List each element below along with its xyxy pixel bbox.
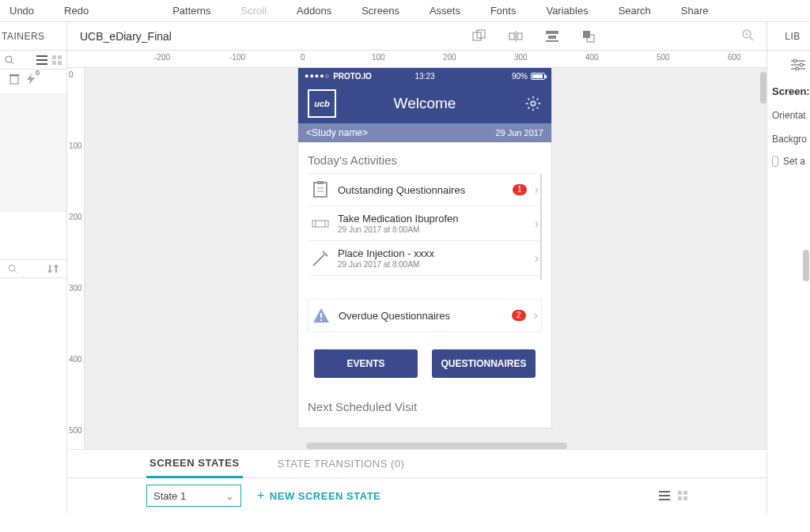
- tab-screen-states[interactable]: SCREEN STATES: [146, 450, 243, 478]
- grid-view-icon[interactable]: [678, 491, 687, 500]
- ruler-tick: 500: [657, 53, 670, 62]
- distribute-icon[interactable]: [509, 29, 523, 43]
- list-view-icon[interactable]: [659, 491, 670, 500]
- list-item[interactable]: Outstanding Questionnaires 1 ›: [308, 174, 542, 206]
- ruler-tick: 0: [301, 53, 305, 62]
- containers-panel-header: TAINERS: [0, 22, 67, 50]
- menu-share[interactable]: Share: [681, 5, 709, 17]
- trash-icon[interactable]: [9, 74, 19, 85]
- list-item[interactable]: Place Injection - xxxx29 Jun 2017 at 8:0…: [308, 241, 542, 276]
- stage[interactable]: ●●●●○ PROTO.IO 13:23 90% ucb Welcome: [85, 68, 766, 449]
- statusbar-time: 13:23: [414, 72, 434, 81]
- svg-line-40: [315, 255, 324, 264]
- menu-patterns[interactable]: Patterns: [172, 5, 210, 17]
- svg-rect-3: [517, 33, 522, 40]
- sliders-icon[interactable]: [772, 55, 805, 74]
- page-title: Welcome: [394, 95, 456, 112]
- new-screen-state-button[interactable]: + NEW SCREEN STATE: [257, 489, 380, 503]
- toolbar: TAINERS UCB_eDiary_Final LIB: [0, 22, 810, 51]
- todays-activities-title: Today's Activities: [308, 153, 542, 167]
- activities-list[interactable]: Outstanding Questionnaires 1 › Take Medi…: [308, 173, 542, 280]
- prop-set-as-checkbox[interactable]: Set a: [772, 156, 805, 167]
- canvas-scrollbar-horizontal[interactable]: [306, 443, 567, 449]
- grid-view-icon[interactable]: [52, 55, 62, 65]
- signal-dots-icon: ●●●●○: [305, 72, 330, 80]
- list-view-icon[interactable]: [36, 55, 47, 65]
- svg-point-55: [793, 59, 797, 62]
- ruler-tick: 0: [69, 70, 74, 79]
- canvas-scrollbar-vertical[interactable]: [760, 72, 766, 104]
- chevron-right-icon: ›: [535, 217, 539, 231]
- svg-rect-22: [58, 61, 62, 65]
- sidebar-item-selected[interactable]: [0, 93, 66, 212]
- menu-fonts[interactable]: Fonts: [490, 5, 517, 17]
- item-subtitle: 29 Jun 2017 at 8:00AM: [338, 260, 527, 269]
- questionnaire-icon: [311, 180, 330, 199]
- project-title[interactable]: UCB_eDiary_Final: [67, 22, 301, 50]
- zoom-icon[interactable]: [742, 29, 755, 42]
- svg-line-27: [14, 270, 17, 273]
- overdue-box[interactable]: Overdue Questionnaires 2 ›: [308, 299, 542, 332]
- svg-rect-7: [546, 40, 558, 42]
- item-title: Outstanding Questionnaires: [338, 184, 505, 196]
- events-button[interactable]: EVENTS: [314, 349, 418, 378]
- group-align-icon[interactable]: [472, 29, 486, 43]
- search-icon[interactable]: [5, 55, 14, 65]
- study-strip: <Study name> 29 Jun 2017: [298, 123, 551, 142]
- svg-rect-51: [683, 491, 687, 495]
- svg-rect-52: [678, 496, 682, 500]
- phone-body: Today's Activities Outstanding Questionn…: [298, 142, 551, 428]
- svg-marker-29: [47, 270, 52, 274]
- svg-rect-20: [58, 55, 62, 59]
- menu-variables[interactable]: Variables: [546, 5, 588, 17]
- svg-rect-6: [548, 36, 556, 39]
- carrier-label: PROTO.IO: [333, 72, 372, 81]
- state-select[interactable]: State 1 ⌄: [146, 485, 241, 507]
- overdue-title: Overdue Questionnaires: [339, 310, 504, 322]
- svg-rect-17: [36, 59, 47, 61]
- ruler-tick: 300: [514, 53, 528, 62]
- svg-rect-18: [36, 63, 47, 65]
- questionnaires-button[interactable]: QUESTIONNAIRES: [432, 349, 536, 378]
- list-item[interactable]: Take Medication Ibuprofen29 Jun 2017 at …: [308, 206, 542, 241]
- bolt-icon[interactable]: 0: [27, 74, 35, 85]
- chevron-right-icon: ›: [535, 251, 539, 266]
- menu-screens[interactable]: Screens: [361, 5, 399, 17]
- view-toggles: [659, 491, 687, 500]
- svg-rect-21: [52, 61, 56, 65]
- device-frame[interactable]: ●●●●○ PROTO.IO 13:23 90% ucb Welcome: [298, 68, 551, 428]
- top-menu: Undo Redo Patterns Scroll Addons Screens…: [0, 0, 810, 22]
- ruler-tick: 300: [69, 284, 82, 292]
- prop-orientation-label: Orientat: [772, 110, 805, 121]
- injection-icon: [311, 249, 330, 268]
- svg-point-14: [6, 56, 12, 62]
- sort-icon[interactable]: [47, 264, 59, 274]
- tab-state-transitions[interactable]: STATE TRANSITIONS (0): [274, 451, 408, 477]
- menu-scroll: Scroll: [241, 5, 267, 17]
- ruler-tick: 400: [585, 53, 599, 62]
- menu-addons[interactable]: Addons: [297, 5, 331, 17]
- checkbox-icon: [772, 156, 778, 167]
- ruler-tick: 600: [728, 53, 741, 62]
- list-item[interactable]: Measure Grip Strength ›: [308, 276, 542, 280]
- count-badge: 2: [512, 310, 526, 321]
- menu-undo[interactable]: Undo: [9, 5, 34, 17]
- panel-scrollbar[interactable]: [803, 250, 809, 281]
- chevron-right-icon: ›: [535, 183, 539, 197]
- menu-assets[interactable]: Assets: [430, 5, 460, 17]
- button-row: EVENTS QUESTIONNAIRES: [308, 349, 542, 378]
- next-visit-title: Next Scheduled Visit: [308, 400, 542, 413]
- align-center-icon[interactable]: [545, 29, 559, 43]
- warning-icon: [312, 306, 331, 325]
- ruler-tick: -200: [154, 53, 170, 62]
- ruler-tick: -100: [229, 53, 245, 62]
- svg-marker-25: [27, 74, 35, 85]
- svg-marker-31: [54, 264, 59, 267]
- arrange-icon[interactable]: [581, 29, 596, 43]
- menu-redo[interactable]: Redo: [64, 5, 89, 17]
- search-icon[interactable]: [8, 264, 17, 274]
- item-subtitle: 29 Jun 2017 at 8:00AM: [338, 225, 527, 234]
- menu-search[interactable]: Search: [619, 5, 651, 17]
- gear-icon[interactable]: [524, 95, 542, 112]
- svg-rect-19: [52, 55, 56, 59]
